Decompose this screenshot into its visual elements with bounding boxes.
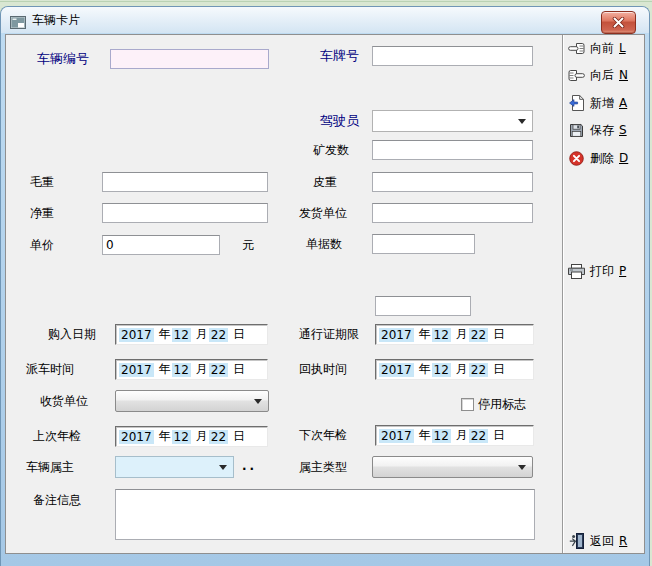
tare-weight-label: 皮重 <box>313 175 337 189</box>
unit-price-unit-label: 元 <box>242 238 254 252</box>
return-button[interactable]: 返回 R <box>568 530 648 552</box>
driver-combobox[interactable] <box>372 110 533 132</box>
owner-type-label: 属主类型 <box>299 460 347 474</box>
forward-button-shortcut: L <box>619 41 626 55</box>
save-button[interactable]: 保存 S <box>568 119 648 141</box>
hand-point-left-icon <box>568 40 585 56</box>
mine-issue-input[interactable] <box>372 140 533 160</box>
purchase-date-label: 购入日期 <box>48 327 96 341</box>
owner-type-combobox[interactable] <box>372 456 533 478</box>
backward-button-label: 向后 <box>590 67 614 84</box>
titlebar[interactable]: 车辆卡片 <box>1 7 649 33</box>
purchase-date-field[interactable]: 2017年12月22日 <box>115 324 268 345</box>
chevron-down-icon <box>518 465 526 470</box>
print-button[interactable]: 打印 P <box>568 260 648 282</box>
dispatch-time-field[interactable]: 2017年12月22日 <box>115 359 268 380</box>
backward-button[interactable]: 向后 N <box>568 64 648 86</box>
floppy-save-icon <box>568 122 585 138</box>
form-client-area: 车辆编号 车牌号 驾驶员 矿发数 毛重 皮重 净重 发货单位 单价 元 单据数 … <box>5 34 645 554</box>
return-button-label: 返回 <box>590 533 614 550</box>
add-new-button[interactable]: 新增 A <box>568 92 648 114</box>
gross-weight-label: 毛重 <box>30 175 54 189</box>
save-button-shortcut: S <box>619 123 627 137</box>
forward-button[interactable]: 向前 L <box>568 37 648 59</box>
next-inspection-label: 下次年检 <box>299 428 347 442</box>
last-inspection-label: 上次年检 <box>33 429 81 443</box>
form-icon <box>10 14 26 27</box>
print-button-shortcut: P <box>619 264 626 278</box>
doc-count-input[interactable] <box>372 234 475 254</box>
receipt-time-label: 回执时间 <box>299 362 347 376</box>
shipping-unit-label: 发货单位 <box>299 206 347 220</box>
delete-x-icon <box>568 150 585 166</box>
chevron-down-icon <box>518 119 526 124</box>
last-inspection-field[interactable]: 2017年12月22日 <box>115 426 268 447</box>
plate-no-input[interactable] <box>372 46 533 66</box>
remarks-label: 备注信息 <box>33 493 81 507</box>
save-button-label: 保存 <box>590 122 614 139</box>
unit-price-input[interactable] <box>102 235 220 255</box>
net-weight-input[interactable] <box>102 203 268 223</box>
disabled-flag-label: 停用标志 <box>478 397 526 411</box>
net-weight-label: 净重 <box>30 206 54 220</box>
new-document-icon <box>568 95 585 111</box>
vehicle-owner-label: 车辆属主 <box>26 460 74 474</box>
shipping-unit-input[interactable] <box>372 203 533 223</box>
dispatch-time-label: 派车时间 <box>26 362 74 376</box>
vehicle-card-window: 车辆卡片 车辆编号 车牌号 驾驶员 矿发数 毛重 皮重 净重 发货单位 <box>0 6 650 566</box>
tare-weight-input[interactable] <box>372 172 533 192</box>
pass-period-label: 通行证期限 <box>299 327 359 341</box>
vehicle-owner-browse-button[interactable]: .. <box>242 459 257 473</box>
print-button-label: 打印 <box>590 263 614 280</box>
sidebar-divider <box>562 35 564 553</box>
add-new-button-shortcut: A <box>619 96 627 110</box>
delete-button-label: 删除 <box>590 150 614 167</box>
delete-button[interactable]: 删除 D <box>568 147 648 169</box>
pass-period-field[interactable]: 2017年12月22日 <box>375 324 534 345</box>
vehicle-id-label: 车辆编号 <box>37 52 89 66</box>
hand-point-right-icon <box>568 67 585 83</box>
delete-button-shortcut: D <box>619 151 628 165</box>
backward-button-shortcut: N <box>619 68 628 82</box>
exit-door-icon <box>568 533 585 549</box>
vehicle-id-input[interactable] <box>110 49 269 69</box>
window-title: 车辆卡片 <box>32 12 80 29</box>
chevron-down-icon <box>219 465 227 470</box>
gross-weight-input[interactable] <box>102 172 268 192</box>
background-grid-line <box>0 1 652 2</box>
doc-count-label: 单据数 <box>306 237 342 251</box>
disabled-flag-checkbox[interactable] <box>461 398 474 411</box>
remarks-textarea[interactable] <box>115 489 535 540</box>
driver-label: 驾驶员 <box>320 114 359 128</box>
unit-price-label: 单价 <box>30 238 54 252</box>
close-x-icon <box>611 17 626 28</box>
vehicle-owner-combobox[interactable] <box>115 456 234 478</box>
mine-issue-label: 矿发数 <box>313 143 349 157</box>
extra-input[interactable] <box>375 296 471 316</box>
forward-button-label: 向前 <box>590 40 614 57</box>
receipt-time-field[interactable]: 2017年12月22日 <box>375 359 534 380</box>
add-new-button-label: 新增 <box>590 95 614 112</box>
next-inspection-field[interactable]: 2017年12月22日 <box>375 425 534 446</box>
receiving-unit-combobox[interactable] <box>115 390 269 412</box>
return-button-shortcut: R <box>619 534 627 548</box>
printer-icon <box>568 263 585 279</box>
receiving-unit-label: 收货单位 <box>40 394 88 408</box>
plate-no-label: 车牌号 <box>320 49 359 63</box>
close-button[interactable] <box>601 11 636 34</box>
chevron-down-icon <box>254 399 262 404</box>
